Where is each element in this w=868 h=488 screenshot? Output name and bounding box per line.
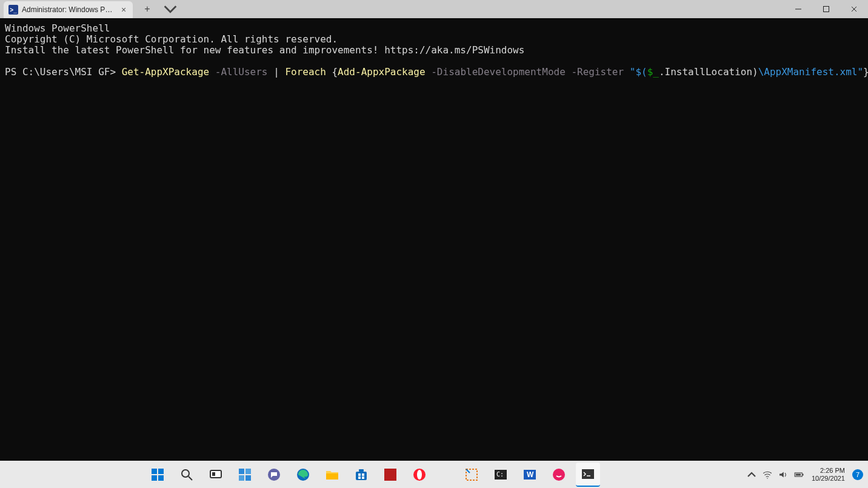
- brace: {: [332, 66, 338, 78]
- file-explorer-button[interactable]: [320, 463, 344, 487]
- terminal-line: Windows PowerShell: [5, 23, 863, 34]
- new-tab-button[interactable]: +: [139, 1, 156, 18]
- tray-overflow-button[interactable]: [746, 469, 757, 480]
- keyword: Foreach: [285, 66, 332, 78]
- system-tray: 2:26 PM 10/29/2021 7: [746, 467, 868, 483]
- svg-point-36: [767, 478, 768, 479]
- clock-time: 2:26 PM: [812, 467, 845, 475]
- cmd-button[interactable]: C:: [489, 463, 513, 487]
- svg-rect-1: [824, 7, 829, 12]
- svg-rect-12: [239, 469, 244, 474]
- svg-rect-14: [239, 475, 244, 481]
- terminal-line: Copyright (C) Microsoft Corporation. All…: [5, 34, 863, 45]
- tab-actions: +: [139, 0, 179, 18]
- string-end: \AppXManifest.xml": [758, 66, 863, 78]
- svg-rect-34: [582, 469, 594, 479]
- tab-dropdown-button[interactable]: [162, 1, 179, 18]
- opera-button[interactable]: [407, 463, 432, 487]
- paren: ): [752, 66, 758, 78]
- window-controls: [784, 0, 868, 18]
- brace: }: [863, 66, 868, 78]
- svg-rect-39: [796, 473, 801, 475]
- word-button[interactable]: W: [518, 463, 542, 487]
- cmd-param: -DisableDevelopmentMode -Register: [426, 66, 630, 78]
- svg-rect-23: [358, 476, 361, 479]
- svg-point-8: [182, 470, 189, 477]
- tab-close-button[interactable]: ×: [119, 5, 128, 14]
- variable: $_: [647, 66, 659, 78]
- wifi-icon[interactable]: [762, 469, 773, 480]
- search-button[interactable]: [175, 463, 199, 487]
- svg-rect-13: [245, 469, 251, 474]
- svg-rect-15: [245, 475, 251, 481]
- app-red-icon[interactable]: [378, 463, 402, 487]
- battery-icon[interactable]: [793, 469, 804, 480]
- svg-rect-6: [152, 475, 157, 481]
- svg-text:W: W: [527, 470, 534, 479]
- svg-text:C:: C:: [496, 471, 504, 478]
- maximize-button[interactable]: [812, 0, 840, 18]
- svg-rect-22: [362, 473, 364, 476]
- svg-rect-4: [152, 469, 157, 474]
- powershell-icon: >_: [8, 5, 18, 15]
- widgets-button[interactable]: [233, 463, 257, 487]
- svg-rect-20: [359, 469, 364, 472]
- clock-date: 10/29/2021: [812, 475, 845, 483]
- taskbar: C: W 2:26 PM 10/29/2021 7: [0, 461, 868, 488]
- svg-rect-24: [362, 476, 364, 479]
- minimize-button[interactable]: [784, 0, 812, 18]
- svg-line-9: [189, 476, 192, 480]
- svg-rect-5: [158, 469, 164, 474]
- svg-rect-25: [384, 469, 396, 481]
- tab-powershell[interactable]: >_ Administrator: Windows PowerS ×: [4, 1, 133, 18]
- svg-rect-7: [158, 475, 164, 481]
- volume-icon[interactable]: [778, 469, 789, 480]
- tab-title: Administrator: Windows PowerS: [22, 5, 116, 14]
- terminal-line: [5, 56, 863, 67]
- microsoft-store-button[interactable]: [349, 463, 373, 487]
- string-start: "$(: [630, 66, 647, 78]
- svg-point-27: [417, 470, 422, 480]
- terminal-area[interactable]: Windows PowerShellCopyright (C) Microsof…: [0, 18, 868, 461]
- pipe: |: [273, 66, 285, 78]
- cmdlet: Add-AppxPackage: [338, 66, 426, 78]
- cmdlet: Get-AppXPackage: [122, 66, 210, 78]
- snipping-tool-button[interactable]: [459, 463, 484, 487]
- terminal-app-button[interactable]: [576, 463, 600, 487]
- start-button[interactable]: [145, 463, 170, 487]
- close-window-button[interactable]: [840, 0, 868, 18]
- taskbar-center: C: W: [0, 463, 746, 487]
- clock[interactable]: 2:26 PM 10/29/2021: [809, 467, 847, 483]
- title-bar: >_ Administrator: Windows PowerS × +: [0, 0, 868, 18]
- terminal-line: Install the latest PowerShell for new fe…: [5, 45, 863, 56]
- svg-rect-38: [803, 473, 804, 475]
- cmd-param: -AllUsers: [209, 66, 273, 78]
- app-pink-icon[interactable]: [547, 463, 571, 487]
- svg-point-33: [553, 469, 565, 481]
- svg-rect-19: [356, 472, 367, 480]
- notification-badge[interactable]: 7: [852, 469, 863, 480]
- edge-button[interactable]: [291, 463, 315, 487]
- property: .InstallLocation: [659, 66, 752, 78]
- svg-rect-18: [326, 473, 338, 480]
- terminal-prompt-line: PS C:\Users\MSI GF> Get-AppXPackage -All…: [5, 67, 863, 78]
- svg-rect-11: [212, 472, 215, 476]
- svg-rect-21: [358, 473, 361, 476]
- svg-rect-10: [210, 470, 221, 478]
- chat-button[interactable]: [262, 463, 286, 487]
- task-view-button[interactable]: [204, 463, 228, 487]
- prompt-text: PS C:\Users\MSI GF>: [5, 66, 122, 78]
